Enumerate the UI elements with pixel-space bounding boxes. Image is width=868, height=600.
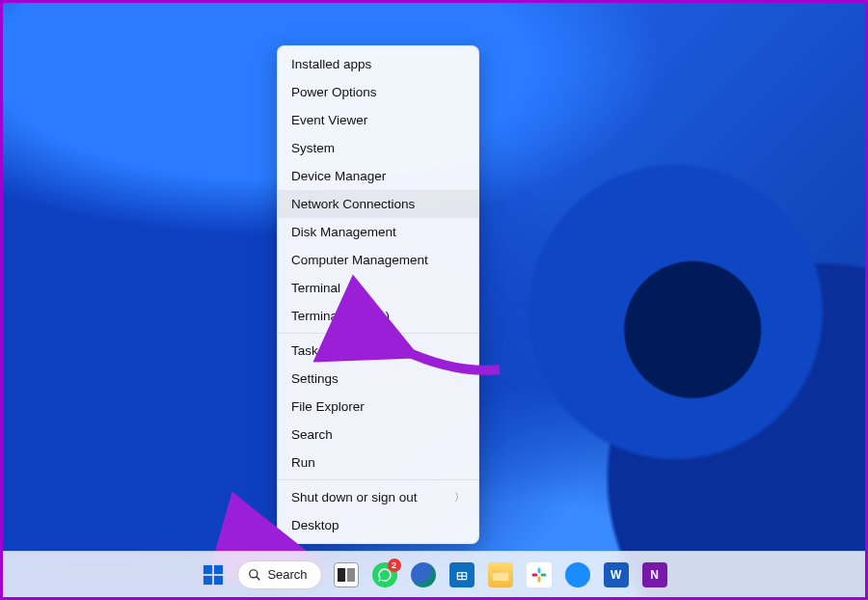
svg-rect-7 (458, 573, 462, 575)
windows-icon (203, 564, 224, 586)
menu-item-label: System (291, 141, 335, 155)
menu-item-task-manager[interactable]: Task Manager (278, 337, 478, 365)
start-button[interactable] (199, 560, 228, 589)
word-icon: W (604, 562, 629, 587)
menu-item-terminal[interactable]: Terminal (278, 274, 478, 302)
chevron-right-icon: 〉 (454, 490, 465, 505)
menu-item-label: Terminal (291, 281, 340, 295)
menu-item-label: Terminal (Admin) (291, 309, 390, 323)
svg-rect-11 (492, 572, 508, 580)
menu-item-label: Search (291, 427, 333, 442)
taskbar-app-taskview[interactable] (332, 560, 361, 589)
whatsapp-icon: 2 (372, 562, 397, 587)
svg-line-5 (257, 576, 260, 580)
taskbar-search[interactable]: Search (237, 560, 321, 589)
menu-item-file-explorer[interactable]: File Explorer (278, 393, 478, 421)
svg-rect-12 (537, 567, 540, 573)
menu-item-device-manager[interactable]: Device Manager (278, 162, 478, 190)
menu-item-computer-management[interactable]: Computer Management (278, 246, 478, 274)
menu-item-run[interactable]: Run (278, 449, 478, 477)
menu-item-disk-management[interactable]: Disk Management (278, 218, 478, 246)
menu-item-desktop[interactable]: Desktop (278, 511, 478, 539)
search-icon (248, 568, 261, 582)
taskbar-app-1password[interactable] (563, 560, 592, 589)
store-icon (449, 562, 475, 587)
menu-item-power-options[interactable]: Power Options (278, 78, 478, 106)
screenshot-frame: Installed apps Power Options Event Viewe… (0, 0, 868, 600)
svg-rect-8 (462, 573, 466, 575)
menu-item-label: Desktop (291, 518, 339, 532)
taskbar-app-onenote[interactable]: N (640, 560, 669, 589)
svg-rect-10 (462, 576, 466, 578)
menu-item-shut-down[interactable]: Shut down or sign out〉 (278, 483, 478, 511)
menu-item-label: Event Viewer (291, 113, 367, 127)
menu-item-system[interactable]: System (278, 134, 478, 162)
menu-item-label: Shut down or sign out (291, 490, 418, 505)
menu-item-label: File Explorer (291, 399, 365, 414)
svg-rect-13 (540, 573, 546, 576)
taskbar: Search 2 (3, 551, 865, 597)
folder-icon (488, 562, 513, 587)
taskbar-app-edge[interactable] (409, 560, 438, 589)
onepassword-icon (565, 562, 590, 587)
slack-icon (527, 562, 552, 587)
menu-item-terminal-admin[interactable]: Terminal (Admin) (278, 302, 478, 330)
taskbar-app-store[interactable] (448, 560, 476, 589)
menu-item-label: Power Options (291, 85, 377, 99)
menu-item-label: Disk Management (291, 225, 396, 239)
edge-icon (411, 562, 436, 587)
taskbar-app-word[interactable]: W (602, 560, 631, 589)
menu-item-event-viewer[interactable]: Event Viewer (278, 106, 478, 134)
svg-rect-1 (214, 564, 223, 573)
whatsapp-badge: 2 (388, 559, 401, 572)
menu-separator (278, 479, 478, 480)
menu-item-label: Computer Management (291, 253, 428, 267)
winx-context-menu: Installed apps Power Options Event Viewe… (277, 45, 479, 544)
menu-item-label: Device Manager (291, 169, 386, 183)
taskbar-app-slack[interactable] (525, 560, 554, 589)
menu-item-label: Run (291, 455, 315, 470)
taskbar-app-explorer[interactable] (486, 560, 515, 589)
svg-rect-9 (458, 576, 462, 578)
taskbar-app-whatsapp[interactable]: 2 (370, 560, 399, 589)
svg-rect-0 (203, 564, 212, 573)
taskview-icon (334, 562, 359, 587)
search-label: Search (267, 567, 307, 582)
menu-item-installed-apps[interactable]: Installed apps (278, 50, 478, 78)
menu-item-settings[interactable]: Settings (278, 365, 478, 393)
svg-rect-2 (203, 575, 212, 584)
menu-item-label: Settings (291, 371, 339, 386)
svg-point-4 (250, 569, 258, 577)
svg-rect-15 (531, 573, 537, 576)
menu-item-label: Network Connections (291, 197, 415, 211)
menu-item-label: Task Manager (291, 343, 373, 358)
menu-item-search[interactable]: Search (278, 421, 478, 449)
menu-item-network-connections[interactable]: Network Connections (278, 190, 478, 218)
menu-item-label: Installed apps (291, 57, 371, 71)
svg-rect-3 (214, 575, 223, 584)
onenote-icon: N (642, 562, 667, 587)
svg-rect-14 (537, 576, 540, 582)
menu-separator (278, 333, 478, 334)
